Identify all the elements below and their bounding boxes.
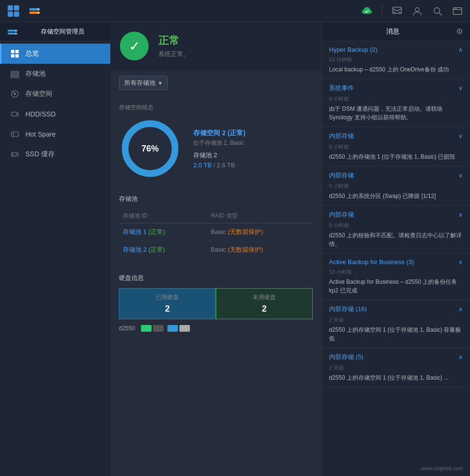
app-logo (7, 26, 18, 37)
right-panel-title: 消息 (329, 27, 456, 36)
status-circle: ✓ (120, 32, 149, 60)
collapse-arrow-icon: ∧ (458, 46, 463, 53)
message-group-internal-storage-2: 内部存储 ∨ 9 小时前 d2550 上的系统分区 (Swap) 已降级 [1/… (322, 166, 470, 206)
search-icon[interactable] (430, 3, 445, 19)
app-icon-grid[interactable] (5, 2, 22, 20)
svg-point-14 (454, 8, 455, 9)
message-group-title: 内部存储 (329, 210, 354, 219)
storage-pool-filter[interactable]: 所有存储池 ▼ (119, 76, 168, 90)
message-group-header[interactable]: 内部存储 ∨ (329, 210, 463, 219)
message-group-system-event-1: 系统事件 ∨ 9 小时前 由于 DSM 遭遇问题，无法正常启动。请联络 Syno… (322, 79, 470, 127)
taskbar (0, 0, 470, 22)
nav-storage-pool-icon (10, 69, 20, 79)
status-subtitle: 系统正常。 (158, 50, 189, 58)
status-section: ✓ 正常 系统正常。 (110, 22, 321, 70)
message-text: d2550 上的存储空间 1 (位于存储池 1, Basic) ... (329, 373, 463, 382)
status-check-icon: ✓ (129, 38, 140, 54)
user-icon[interactable] (410, 3, 425, 19)
message-time: 13 分钟前 (329, 56, 463, 63)
message-text: d2550 上的系统分区 (Swap) 已降级 [1/12] (329, 192, 463, 200)
svg-rect-20 (11, 50, 14, 53)
sidebar-nav: 总览 存储池 (0, 41, 110, 167)
nav-storage-space-icon (10, 89, 20, 99)
app-icon-storage[interactable] (26, 2, 43, 20)
svg-rect-26 (11, 76, 19, 78)
message-text: d2550 上的校验和不匹配。请检查日志中心以了解详情。 (329, 231, 463, 248)
svg-text:+: + (14, 133, 16, 136)
storage-space-label: 存储空间状态 (119, 104, 313, 112)
disk-device-name: d2550 (119, 325, 135, 332)
message-group-header[interactable]: 内部存储 (5) ∧ (329, 353, 463, 361)
collapse-arrow-icon: ∨ (458, 133, 463, 139)
right-panel: 消息 ⚙ Hyper Backup (2) ∧ 13 分钟前 Local bac… (321, 22, 470, 476)
message-group-title: 内部存储 (16) (329, 305, 367, 313)
collapse-arrow-icon: ∨ (458, 85, 463, 92)
nav-item-storage-space[interactable]: 存储空间 (0, 84, 110, 104)
message-text: d2550 上的存储空间 1 (位于存储池 1, Basic) 容量极低 (329, 325, 463, 343)
message-group-title: 内部存储 (5) (329, 353, 364, 361)
disk-section-title: 硬盘信息 (119, 274, 313, 282)
nav-storage-pool-label: 存储池 (25, 70, 46, 78)
message-group-header[interactable]: 系统事件 ∨ (329, 84, 463, 93)
disk-bar-segment (153, 325, 164, 332)
message-group-header[interactable]: 内部存储 ∨ (329, 132, 463, 140)
pool-raid-cell: Basic (无数据保护) (207, 223, 313, 241)
pool-table-row[interactable]: 存储池 2 (正常) Basic (无数据保护) (119, 241, 313, 259)
pool-raid-cell: Basic (无数据保护) (207, 241, 313, 259)
svg-point-15 (456, 8, 457, 9)
status-title: 正常 (158, 34, 189, 48)
storage-space-section: 存储空间状态 76% 存储空间 2 (正常) 位于存储池 2, Basic 存储… (110, 96, 321, 187)
message-text: 由于 DSM 遭遇问题，无法正常启动。请联络 Synology 支持小组以获得帮… (329, 104, 463, 122)
message-group-header[interactable]: 内部存储 ∨ (329, 171, 463, 180)
size-slash: / (213, 162, 217, 169)
disk-used-count: 2 (127, 304, 208, 314)
svg-rect-24 (11, 71, 19, 73)
message-time: 9 小时前 (329, 95, 463, 103)
main-container: 存储空间管理员 总览 (0, 22, 470, 476)
svg-point-9 (415, 8, 419, 12)
pool-name-cell: 存储池 1 (正常) (119, 223, 207, 241)
message-time: 2 天前 (329, 364, 463, 372)
message-time: 9 小时前 (329, 143, 463, 151)
message-group-internal-storage-5: 内部存储 (5) ∧ 2 天前 d2550 上的存储空间 1 (位于存储池 1,… (322, 348, 470, 387)
message-group-header[interactable]: 内部存储 (16) ∧ (329, 305, 463, 313)
nav-hdd-label: HDD/SSD (25, 110, 56, 118)
disk-bar-segment (179, 325, 190, 332)
content-area: ✓ 正常 系统正常。 所有存储池 ▼ 存储空间状态 (110, 22, 321, 476)
cloud-sync-icon[interactable] (359, 3, 375, 19)
message-group-title: 内部存储 (329, 132, 354, 140)
nav-item-storage-pool[interactable]: 存储池 (0, 64, 110, 84)
message-icon[interactable] (389, 3, 405, 19)
collapse-arrow-icon: ∧ (458, 306, 463, 313)
collapse-arrow-icon: ∧ (458, 354, 463, 360)
disk-bar-segment (141, 325, 152, 332)
svg-line-11 (439, 13, 442, 15)
nav-hot-spare-icon: + (10, 129, 20, 139)
collapse-arrow-icon: ∨ (458, 211, 463, 218)
nav-item-ssd-cache[interactable]: SSD 缓存 (0, 144, 110, 164)
svg-point-28 (14, 93, 16, 95)
storage-space-name: 存储空间 2 (正常) (193, 129, 246, 138)
disk-used-label: 已用硬盘 (127, 293, 208, 302)
message-group-hyper-backup: Hyper Backup (2) ∧ 13 分钟前 Local backup –… (322, 41, 470, 79)
svg-rect-25 (11, 74, 19, 75)
message-time: 9 小时前 (329, 183, 463, 190)
message-text: Local backup – d2550 上的 OneDrive备份 成功 (329, 65, 463, 74)
svg-point-36 (16, 154, 17, 155)
nav-item-overview[interactable]: 总览 (0, 44, 110, 64)
taskbar-right-icons (359, 3, 465, 19)
pool-section-title: 存储池 (119, 195, 313, 203)
message-text: Active Backup for Business – d2550 上的备份任… (329, 278, 463, 295)
gear-icon[interactable]: ⚙ (456, 27, 463, 36)
collapse-arrow-icon: ∧ (458, 259, 463, 266)
window-icon[interactable] (450, 3, 465, 19)
pool-table-row[interactable]: 存储池 1 (正常) Basic (无数据保护) (119, 223, 313, 241)
message-group-header[interactable]: Active Backup for Business (3) ∧ (329, 258, 463, 266)
nav-item-hdd-ssd[interactable]: HDD/SSD (0, 104, 110, 124)
pool-name-cell: 存储池 2 (正常) (119, 241, 207, 259)
message-group-header[interactable]: Hyper Backup (2) ∧ (329, 46, 463, 53)
pool-table: 存储池 ID RAID 类型 存储池 1 (正常) Basic (无数据保护) … (119, 209, 313, 259)
nav-item-hot-spare[interactable]: + Hot Spare (0, 124, 110, 144)
donut-center-percent: 76% (141, 144, 159, 154)
size-used: 2.0 TB (193, 162, 212, 169)
